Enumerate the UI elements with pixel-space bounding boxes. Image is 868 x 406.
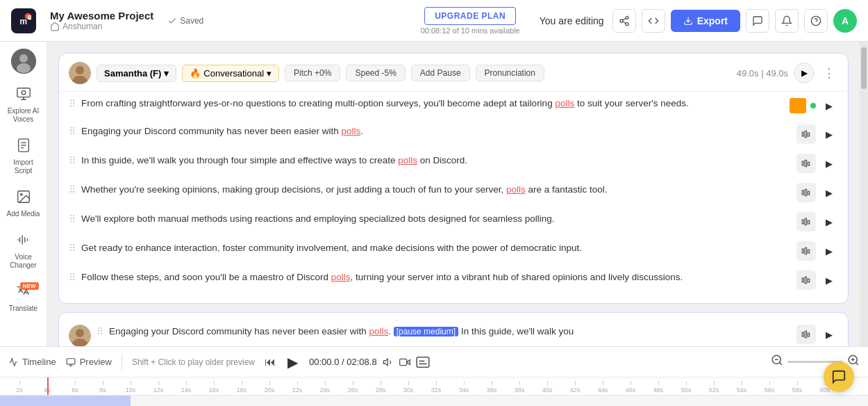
svg-rect-56 [67, 358, 75, 364]
script-row: ⠿ From crafting straightforward yes-or-n… [59, 92, 848, 120]
waveform-button[interactable] [796, 241, 816, 261]
ruler-mark: 14s [172, 381, 200, 393]
add-pause-button[interactable]: Add Pause [411, 65, 470, 81]
svg-point-6 [626, 22, 628, 25]
highlight-polls: polls [555, 98, 574, 108]
row-actions-2: ▶ [796, 325, 838, 344]
drag-handle[interactable]: ⠿ [69, 241, 76, 254]
sidebar-item-import-script[interactable]: Import Script [3, 132, 44, 181]
script-text[interactable]: Get ready to enhance interaction, foster… [81, 241, 791, 255]
svg-rect-55 [808, 333, 809, 336]
drag-handle[interactable]: ⠿ [69, 183, 76, 195]
ruler-mark: 40s [533, 381, 561, 393]
project-title: My Awesome Project [50, 10, 153, 22]
svg-rect-39 [805, 189, 806, 195]
script-text[interactable]: Follow these steps, and soon you'll be a… [81, 270, 791, 284]
script-text-2[interactable]: Engaging your Discord community has neve… [109, 325, 791, 339]
ruler-mark: 32s [422, 381, 450, 393]
upgrade-plan-button[interactable]: UPGRADE PLAN [424, 7, 516, 25]
bottom-bar: Timeline Preview Shift + Click to play o… [0, 346, 868, 377]
sidebar-item-explore-ai[interactable]: Explore AI Voices [3, 81, 44, 129]
drag-handle[interactable]: ⠿ [69, 154, 76, 166]
drag-handle[interactable]: ⠿ [69, 212, 76, 225]
svg-rect-53 [802, 332, 803, 336]
main-play-button[interactable]: ▶ [281, 351, 303, 373]
waveform-button[interactable] [796, 183, 816, 202]
export-button[interactable]: Export [671, 10, 740, 32]
drag-handle[interactable]: ⠿ [69, 97, 76, 109]
chat-button[interactable] [746, 9, 769, 33]
drag-handle[interactable]: ⠿ [97, 325, 103, 337]
script-text[interactable]: We'll explore both manual methods using … [81, 212, 791, 226]
svg-line-63 [779, 362, 781, 364]
green-dot [810, 103, 816, 108]
highlight-polls: polls [398, 155, 417, 165]
voice-speaker-avatar-2 [69, 325, 91, 346]
row-play-button[interactable]: ▶ [820, 242, 838, 260]
preview-tab[interactable]: Preview [66, 357, 112, 367]
camera-button[interactable] [399, 357, 410, 368]
waveform-button[interactable] [796, 212, 816, 232]
voice-style-button[interactable]: 🔥 Conversational ▾ [182, 65, 279, 82]
row-play-button[interactable]: ▶ [820, 213, 838, 231]
pitch-button[interactable]: Pitch +0% [285, 65, 340, 81]
row-play-button[interactable]: ▶ [820, 154, 838, 172]
drag-handle[interactable]: ⠿ [69, 270, 76, 283]
row-play-button-2[interactable]: ▶ [820, 325, 838, 343]
drag-handle[interactable]: ⠿ [69, 124, 76, 137]
waveform-button[interactable] [796, 124, 816, 144]
voice-play-button[interactable]: ▶ [794, 63, 815, 83]
progress-fill [0, 396, 131, 406]
script-text[interactable]: In this guide, we'll walk you through fo… [81, 154, 791, 168]
row-play-button[interactable]: ▶ [820, 125, 838, 143]
ruler-mark: 48s [644, 381, 672, 393]
row-play-button[interactable]: ▶ [820, 184, 838, 202]
notification-button[interactable] [775, 9, 799, 33]
chat-fab[interactable] [824, 362, 854, 392]
voice-name-button[interactable]: Samantha (F) ▾ [97, 65, 176, 82]
script-text[interactable]: Whether you're seeking opinions, making … [81, 183, 791, 197]
script-text[interactable]: Engaging your Discord community has neve… [81, 124, 791, 138]
time-info: 00:08:12 of 10 mins available [421, 26, 520, 35]
script-text[interactable]: From crafting straightforward yes-or-no … [81, 97, 784, 111]
user-avatar[interactable]: A [833, 9, 857, 33]
zoom-out-button[interactable] [771, 354, 783, 370]
sidebar: Explore AI Voices Import Script Add Medi… [0, 42, 47, 346]
sidebar-item-voice-changer[interactable]: Voice Changer [3, 227, 44, 275]
ruler-mark: 38s [506, 381, 533, 393]
sidebar-item-add-media[interactable]: Add Media [3, 184, 44, 224]
progress-bar-area [0, 395, 868, 406]
waveform-button[interactable] [796, 270, 816, 290]
waveform-button[interactable] [796, 154, 816, 173]
scrollbar-thumb [861, 47, 867, 89]
help-button[interactable] [804, 9, 828, 33]
script-row-2: ⠿ Engaging your Discord community has ne… [59, 320, 848, 346]
svg-rect-43 [808, 220, 809, 224]
pronunciation-button[interactable]: Pronunciation [476, 65, 544, 81]
voice-changer-icon [16, 232, 31, 251]
voice-header: Samantha (F) ▾ 🔥 Conversational ▾ Pitch … [59, 62, 848, 92]
divider [122, 354, 122, 371]
code-button[interactable] [642, 9, 665, 33]
row-actions: ▶ [790, 97, 838, 115]
svg-point-14 [17, 63, 31, 73]
sidebar-item-translate[interactable]: NEW Translate [3, 278, 44, 318]
right-scrollbar[interactable] [860, 42, 868, 346]
waveform-button-2[interactable] [796, 325, 816, 344]
speed-button[interactable]: Speed -5% [346, 65, 405, 81]
share-button[interactable] [612, 9, 636, 33]
more-options-button[interactable]: ⋮ [820, 65, 838, 81]
highlight-polls: polls [331, 272, 351, 282]
ruler-mark: 52s [700, 381, 728, 393]
timeline-tab[interactable]: Timeline [8, 357, 56, 367]
row-play-button[interactable]: ▶ [820, 97, 838, 115]
sidebar-user-avatar[interactable] [11, 49, 36, 74]
caption-button[interactable] [416, 357, 430, 368]
skip-back-button[interactable]: ⏮ [265, 356, 276, 368]
volume-button[interactable] [383, 357, 394, 368]
svg-rect-32 [802, 132, 803, 136]
row-play-button[interactable]: ▶ [820, 271, 838, 289]
svg-point-51 [76, 329, 84, 337]
svg-rect-15 [17, 88, 29, 97]
preview-label: Preview [80, 357, 112, 367]
